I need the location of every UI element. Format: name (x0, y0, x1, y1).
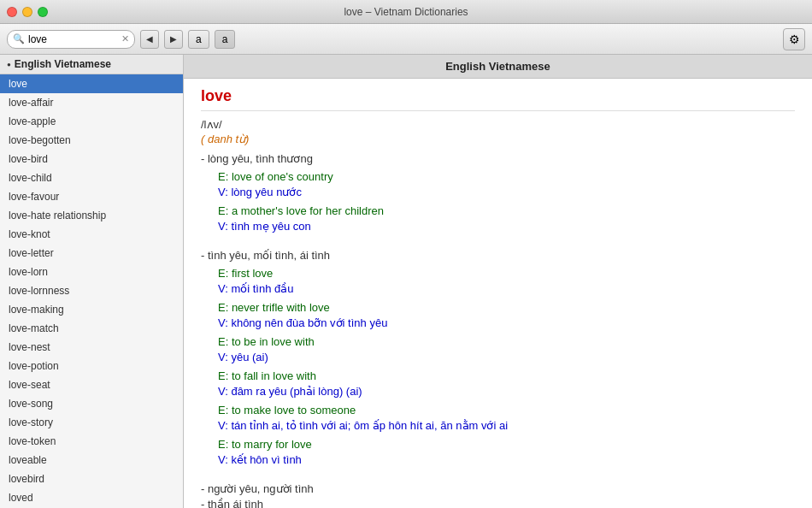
sidebar-item[interactable]: loved (0, 488, 183, 507)
example-english: E: first love (218, 267, 795, 280)
sidebar-item[interactable]: love-song (0, 394, 183, 413)
dict-content-header: English Vietnamese (184, 55, 812, 79)
sub-definition: - thần ái tình (201, 498, 795, 508)
example-vietnamese: V: không nên đùa bỡn với tình yêu (218, 316, 795, 329)
settings-button[interactable]: ⚙ (783, 28, 805, 50)
dict-a1-button[interactable]: a (188, 30, 209, 49)
def-label: - tình yêu, mối tình, ái tình (201, 249, 795, 262)
sidebar-item[interactable]: loveable (0, 451, 183, 470)
example-english: E: to fall in love with (218, 369, 795, 382)
sidebar-item[interactable]: love-knot (0, 225, 183, 244)
example-english: E: to marry for love (218, 438, 795, 451)
sidebar-item[interactable]: love-lornness (0, 281, 183, 300)
sidebar-item[interactable]: love-favour (0, 187, 183, 206)
sidebar-item[interactable]: love-seat (0, 375, 183, 394)
minimize-button[interactable] (22, 7, 32, 17)
sidebar-item[interactable]: love-letter (0, 244, 183, 263)
example-english: E: never trifle with love (218, 301, 795, 314)
divider (201, 110, 795, 111)
search-input[interactable] (28, 33, 105, 45)
example-english: E: to make love to someone (218, 404, 795, 416)
sidebar-item[interactable]: love-lorn (0, 263, 183, 281)
example-vietnamese: V: mối tình đầu (218, 282, 795, 295)
toolbar: 🔍 ✕ ◀ ▶ a a ⚙ (0, 24, 812, 55)
example-vietnamese: V: lòng yêu nước (218, 186, 795, 198)
sidebar-item[interactable]: love-begotten (0, 131, 183, 150)
main-content: English Vietnamese lovelove-affairlove-a… (0, 55, 812, 508)
sidebar-item[interactable]: love-bird (0, 150, 183, 168)
part-of-speech: ( danh từ) (201, 133, 795, 145)
definition-block: - lòng yêu, tình thươngE: love of one's … (201, 152, 795, 239)
search-clear-icon[interactable]: ✕ (121, 33, 129, 44)
sidebar-item[interactable]: love-potion (0, 357, 183, 375)
sidebar-item[interactable]: love-match (0, 319, 183, 338)
back-button[interactable]: ◀ (140, 30, 159, 49)
window-title: love – Vietnam Dictionaries (344, 6, 468, 18)
def-label: - lòng yêu, tình thương (201, 152, 795, 165)
example-vietnamese: V: đâm ra yêu (phải lòng) (ai) (218, 385, 795, 398)
sidebar-header: English Vietnamese (0, 55, 183, 74)
dict-a2-button[interactable]: a (215, 30, 236, 49)
sidebar-item[interactable]: love-nest (0, 338, 183, 357)
dict-body: love /lʌv/ ( danh từ) - lòng yêu, tình t… (184, 79, 812, 508)
example-vietnamese: V: yêu (ai) (218, 351, 795, 363)
definition-block: - tình yêu, mối tình, ái tìnhE: first lo… (201, 249, 795, 472)
search-icon: 🔍 (13, 33, 25, 44)
dict-content: English Vietnamese love /lʌv/ ( danh từ)… (184, 55, 812, 508)
sidebar-item[interactable]: love-hate relationship (0, 206, 183, 225)
close-button[interactable] (7, 7, 17, 17)
sidebar-item[interactable]: lovebird (0, 470, 183, 488)
sidebar: English Vietnamese lovelove-affairlove-a… (0, 55, 184, 508)
example-english: E: to be in love with (218, 335, 795, 348)
sidebar-item[interactable]: love-child (0, 168, 183, 187)
sub-definition: - người yêu, người tình (201, 482, 795, 495)
example-english: E: a mother's love for her children (218, 204, 795, 217)
title-bar: love – Vietnam Dictionaries (0, 0, 812, 24)
sidebar-item[interactable]: love (0, 74, 183, 93)
phonetic: /lʌv/ (201, 118, 795, 131)
maximize-button[interactable] (38, 7, 48, 17)
sidebar-item[interactable]: love-story (0, 413, 183, 432)
example-vietnamese: V: tán tỉnh ai, tỏ tình với ai; ôm ấp hô… (218, 419, 795, 432)
sidebar-item[interactable]: love-making (0, 300, 183, 319)
search-box[interactable]: 🔍 ✕ (7, 30, 135, 49)
sidebar-item[interactable]: love-affair (0, 93, 183, 112)
sidebar-item[interactable]: love-apple (0, 112, 183, 131)
example-english: E: love of one's country (218, 170, 795, 183)
window-controls (7, 7, 48, 17)
example-vietnamese: V: kết hôn vì tình (218, 453, 795, 466)
entry-word: love (201, 87, 795, 105)
example-vietnamese: V: tình mẹ yêu con (218, 220, 795, 233)
forward-button[interactable]: ▶ (164, 30, 183, 49)
sidebar-item[interactable]: love-token (0, 432, 183, 451)
